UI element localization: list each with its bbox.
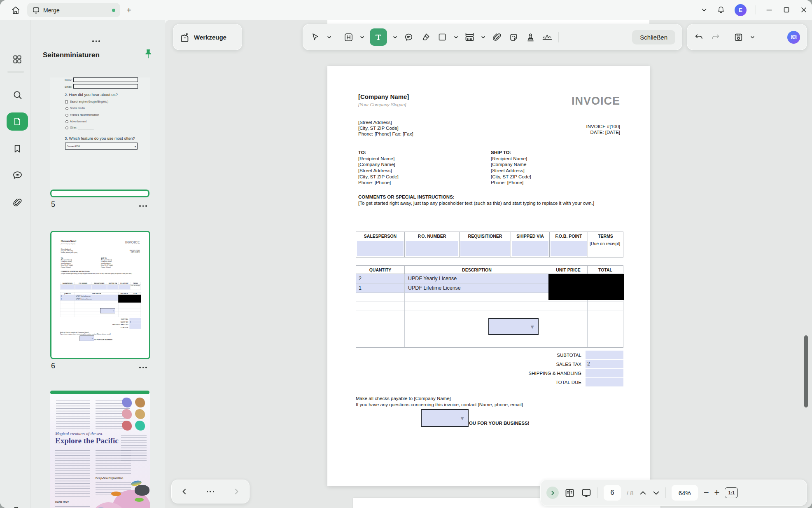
maximize-button[interactable] [782, 6, 791, 14]
undo-button[interactable] [694, 32, 704, 42]
invoice-to-label: TO: [358, 150, 366, 155]
thumbnail-page-7-selection-strip[interactable] [50, 391, 149, 394]
select-tool[interactable] [310, 30, 321, 44]
thumbnail-page-5[interactable]: Name: Email: 2. How did you hear about u… [50, 77, 150, 190]
terms-cell: [Due on receipt] [130, 285, 141, 290]
shipping-field[interactable] [586, 369, 623, 377]
thumbnail-page-6-more-button[interactable] [139, 367, 147, 368]
more-icon[interactable] [207, 491, 215, 492]
summary-label: TOTAL DUE [356, 380, 586, 385]
document-tab[interactable]: Merge [27, 3, 120, 17]
invoice-ship-to-line: [Street Address] [491, 168, 525, 173]
column-header: F.O.B. POINT [119, 282, 130, 285]
item-qty[interactable]: 2 [356, 274, 405, 283]
thumbnail-page-6[interactable]: [Company Name] [Your Company Slogan] INV… [50, 231, 150, 359]
close-toolbar-button[interactable]: Schließen [632, 30, 675, 44]
panel-more-handle[interactable] [92, 40, 100, 42]
column-header: DESCRIPTION [405, 266, 549, 274]
chevron-down-icon[interactable] [481, 35, 485, 40]
thumbnail-page-5-selection-strip[interactable] [50, 190, 149, 197]
sticker-tool[interactable] [508, 30, 519, 44]
page-up-button[interactable] [639, 489, 647, 497]
thumbnail-page-5-more-button[interactable] [139, 205, 147, 207]
redo-button[interactable] [710, 32, 721, 42]
total-due-field[interactable] [586, 378, 623, 386]
attachment-tool[interactable] [491, 30, 502, 44]
signature-tool[interactable] [541, 30, 553, 44]
brochure-heading-coral-reef: Coral Reef [55, 501, 69, 503]
prev-button[interactable] [181, 488, 188, 495]
shape-tool[interactable] [436, 30, 448, 44]
sidebar-item-grid[interactable] [9, 51, 26, 68]
table-row: 1 UPDF Lifetime License [60, 297, 141, 300]
ai-assistant-button[interactable] [787, 31, 800, 44]
page-down-button[interactable] [652, 489, 660, 497]
actual-size-button[interactable]: 1:1 [725, 487, 738, 498]
vertical-scrollbar[interactable] [804, 335, 808, 407]
sidebar-item-comments[interactable] [9, 166, 26, 184]
invoice-to-line: Phone: [Phone] [358, 180, 391, 185]
brochure-subtitle: Magical creatures of the sea. [55, 431, 103, 436]
sidebar-item-color-cards[interactable] [9, 502, 26, 508]
dropdown-field[interactable]: ▼ [488, 318, 539, 335]
item-desc: UPDF Yearly License [75, 295, 119, 298]
highlighter-tool[interactable] [420, 30, 431, 44]
presentation-button[interactable] [581, 487, 592, 499]
survey-dropdown: Convert PDF▾ [65, 143, 138, 150]
minimize-button[interactable] [765, 6, 773, 14]
zoom-level-input[interactable]: 64% [671, 485, 698, 501]
chevron-down-icon[interactable] [750, 35, 755, 40]
thumbnail-page-7[interactable]: Magical creatures of the sea. Explore th… [50, 392, 150, 508]
chevron-down-icon[interactable] [392, 35, 397, 40]
sales-tax-field[interactable]: 2 [586, 360, 623, 368]
form-field-cell [119, 285, 130, 290]
sidebar-item-search[interactable] [9, 86, 26, 103]
sidebar-item-attachments[interactable] [9, 194, 26, 211]
chevron-down-icon[interactable] [327, 35, 331, 40]
item-desc[interactable]: UPDF Lifetime License [405, 283, 549, 293]
invoice-to-line: [Company Name] [61, 261, 72, 262]
form-field-cell[interactable] [405, 240, 460, 257]
next-button[interactable] [233, 488, 240, 495]
form-field-cell[interactable] [460, 240, 511, 257]
collapse-panel-button[interactable] [546, 487, 559, 499]
stamp-tool[interactable] [525, 30, 536, 44]
heading-tool[interactable] [343, 30, 354, 44]
notifications-bell-icon[interactable] [716, 5, 726, 14]
invoice-company-name: [Company Name] [358, 93, 409, 100]
item-desc[interactable]: UPDF Yearly License [405, 274, 549, 283]
new-tab-button[interactable]: + [124, 5, 134, 16]
user-avatar[interactable]: E [735, 4, 747, 16]
close-window-button[interactable] [800, 6, 808, 14]
item-qty[interactable]: 1 [356, 283, 405, 293]
form-field-cell[interactable] [511, 240, 550, 257]
home-button[interactable] [8, 3, 23, 17]
sidebar-item-page-thumbnails[interactable] [7, 112, 28, 131]
invoice-to-line: [City, ST ZIP Code] [358, 174, 399, 180]
color-cards-icon [12, 505, 23, 508]
dropdown-arrow-icon: ▼ [530, 323, 535, 330]
form-field-cell[interactable] [356, 240, 405, 257]
chevron-down-icon[interactable] [359, 35, 364, 40]
page-thumbnails-icon [12, 116, 23, 127]
form-field-cell[interactable] [550, 240, 588, 257]
subtotal-field[interactable] [586, 351, 623, 359]
chevron-down-icon[interactable] [453, 35, 458, 40]
text-tool-active[interactable] [370, 28, 387, 46]
current-page-input[interactable]: 6 [603, 485, 621, 501]
titlebar-chevron-down-icon[interactable] [701, 7, 707, 13]
comment-tool[interactable] [403, 30, 414, 44]
measure-tool[interactable] [464, 30, 475, 44]
invoice-info-table: SALESPERSON P.O. NUMBER REQUISITIONER SH… [60, 282, 141, 290]
save-button[interactable] [733, 32, 744, 42]
invoice-number: INVOICE #[100] [130, 249, 140, 251]
reading-view-button[interactable] [564, 487, 575, 499]
invoice-summary: SUBTOTAL SALES TAX2 SHIPPING & HANDLING … [356, 351, 623, 387]
pin-icon[interactable] [143, 49, 153, 60]
dropdown-field[interactable]: ▼ [421, 409, 469, 427]
toolbox-icon [179, 32, 190, 43]
zoom-in-button[interactable]: + [714, 488, 720, 497]
zoom-out-button[interactable]: − [704, 488, 709, 497]
sidebar-item-bookmarks[interactable] [9, 140, 26, 157]
tools-button[interactable]: Werkzeuge [173, 24, 242, 50]
